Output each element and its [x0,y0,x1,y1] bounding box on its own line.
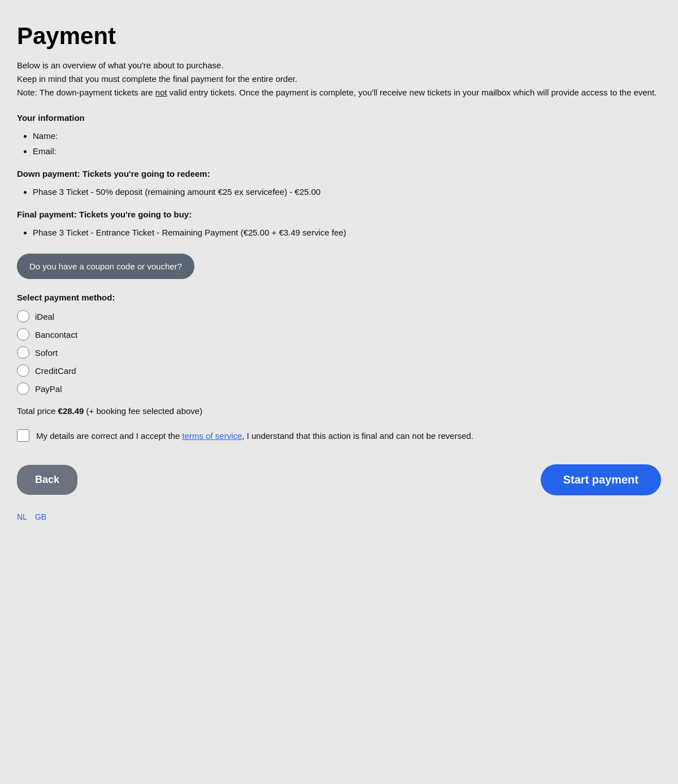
down-payment-list: Phase 3 Ticket - 50% deposit (remaining … [17,184,661,199]
payment-method-heading: Select payment method: [17,293,661,302]
total-price-suffix: (+ booking fee selected above) [84,406,202,416]
radio-ideal[interactable] [17,310,29,323]
your-information-heading: Your information [17,113,661,123]
radio-creditcard[interactable] [17,364,29,377]
your-information-list: Name: Email: [17,128,661,159]
intro-line3-underline: not [155,88,167,97]
label-creditcard: CreditCard [35,366,76,376]
label-sofort: Sofort [35,348,58,358]
terms-text-after: , I understand that this action is final… [242,431,473,441]
payment-option-bancontact[interactable]: Bancontact [17,328,661,341]
language-links: NL GB [17,512,661,521]
intro-line3-before: Note: The down-payment tickets are [17,88,155,97]
terms-text[interactable]: My details are correct and I accept the … [36,431,473,441]
coupon-button[interactable]: Do you have a coupon code or voucher? [17,254,194,279]
page-title: Payment [17,23,661,50]
down-payment-heading: Down payment: Tickets you're going to re… [17,169,661,178]
intro-line2: Keep in mind that you must complete the … [17,74,297,84]
terms-checkbox[interactable] [17,429,29,442]
intro-line1: Below is an overview of what you're abou… [17,60,224,70]
payment-method-group: iDeal Bancontact Sofort CreditCard PayPa… [17,310,661,395]
language-gb-link[interactable]: GB [35,512,46,521]
down-payment-item-0: Phase 3 Ticket - 50% deposit (remaining … [33,184,661,199]
payment-option-ideal[interactable]: iDeal [17,310,661,323]
label-ideal: iDeal [35,312,54,321]
name-item: Name: [33,128,661,143]
final-payment-item-0: Phase 3 Ticket - Entrance Ticket - Remai… [33,225,661,240]
terms-row: My details are correct and I accept the … [17,429,661,442]
total-price-amount: €28.49 [58,406,84,416]
language-nl-link[interactable]: NL [17,512,27,521]
total-price: Total price €28.49 (+ booking fee select… [17,406,661,416]
terms-text-before: My details are correct and I accept the [36,431,182,441]
label-bancontact: Bancontact [35,330,77,339]
radio-sofort[interactable] [17,346,29,359]
final-payment-list: Phase 3 Ticket - Entrance Ticket - Remai… [17,225,661,240]
terms-of-service-link[interactable]: terms of service [182,431,242,441]
start-payment-button[interactable]: Start payment [541,464,661,495]
email-item: Email: [33,143,661,159]
button-row: Back Start payment [17,464,661,495]
final-payment-heading: Final payment: Tickets you're going to b… [17,210,661,219]
label-paypal: PayPal [35,384,62,394]
intro-text: Below is an overview of what you're abou… [17,59,661,99]
payment-option-sofort[interactable]: Sofort [17,346,661,359]
total-price-prefix: Total price [17,406,58,416]
intro-line3-after: valid entry tickets. Once the payment is… [167,88,657,97]
payment-option-paypal[interactable]: PayPal [17,382,661,395]
back-button[interactable]: Back [17,465,77,495]
radio-bancontact[interactable] [17,328,29,341]
payment-option-creditcard[interactable]: CreditCard [17,364,661,377]
radio-paypal[interactable] [17,382,29,395]
